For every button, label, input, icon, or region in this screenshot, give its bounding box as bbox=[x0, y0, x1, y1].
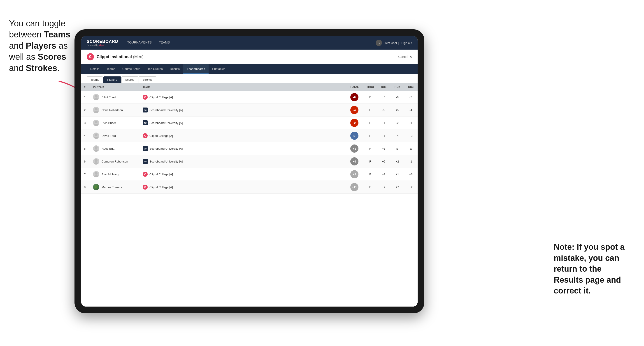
svg-point-14 bbox=[94, 150, 98, 152]
tablet-device: SCOREBOARD Powered by clippd TOURNAMENTS… bbox=[74, 29, 424, 313]
cell-rd1: +1 bbox=[377, 129, 390, 142]
tab-printables[interactable]: Printables bbox=[208, 64, 229, 74]
cell-rd2: -2 bbox=[390, 117, 404, 129]
svg-point-2 bbox=[94, 98, 98, 100]
player-name: Rich Butler bbox=[102, 121, 116, 125]
svg-point-3 bbox=[95, 108, 98, 110]
player-name: David Ford bbox=[102, 134, 116, 138]
cell-rd1: +2 bbox=[377, 181, 390, 194]
player-avatar bbox=[93, 171, 99, 177]
cell-team: CClippd College [A] bbox=[140, 181, 345, 194]
cell-player: Blair McHarg bbox=[90, 168, 140, 181]
cell-rd3: -1 bbox=[404, 155, 418, 168]
table-header-row: # PLAYER TEAM TOTAL THRU RD1 RD2 RD3 bbox=[81, 83, 418, 91]
score-badge: +8 bbox=[350, 170, 358, 178]
cell-thru: F bbox=[364, 181, 377, 194]
tab-leaderboards[interactable]: Leaderboards bbox=[183, 64, 208, 74]
cell-rank: 5 bbox=[81, 142, 90, 155]
sub-tab-strokes[interactable]: Strokes bbox=[138, 76, 156, 83]
cell-rank: 2 bbox=[81, 104, 90, 117]
player-avatar: 🌿 bbox=[93, 184, 99, 190]
sub-tab-scores[interactable]: Scores bbox=[122, 76, 138, 83]
table-row: 5Rees BrittSUScoreboard University [A]+1… bbox=[81, 142, 418, 155]
cell-rd1: -5 bbox=[377, 104, 390, 117]
player-name: Elliot Ebert bbox=[102, 96, 116, 99]
cell-rd2: -4 bbox=[390, 129, 404, 142]
col-total: TOTAL bbox=[345, 83, 364, 91]
score-badge: E bbox=[350, 132, 358, 140]
svg-point-21 bbox=[95, 172, 98, 175]
tab-teams[interactable]: Teams bbox=[103, 64, 119, 74]
tablet-screen: SCOREBOARD Powered by clippd TOURNAMENTS… bbox=[81, 36, 418, 307]
score-badge: +11 bbox=[350, 183, 358, 191]
score-badge: +6 bbox=[350, 157, 358, 166]
cancel-button[interactable]: Cancel ✕ bbox=[398, 55, 412, 59]
table-body: 1Elliot EbertCClippd College [A]-8F+3-6-… bbox=[81, 91, 418, 194]
cell-rd2: -6 bbox=[390, 91, 404, 104]
cell-player: Rich Butler bbox=[90, 117, 140, 129]
cell-rd2: +7 bbox=[390, 181, 404, 194]
navbar-right: TU Test User | Sign out bbox=[376, 40, 412, 46]
cell-thru: F bbox=[364, 168, 377, 181]
svg-point-8 bbox=[94, 124, 98, 126]
table-row: 1Elliot EbertCClippd College [A]-8F+3-6-… bbox=[81, 91, 418, 104]
cell-rd3: +3 bbox=[404, 129, 418, 142]
brand-title: SCOREBOARD bbox=[87, 39, 118, 44]
team-name: Scoreboard University [A] bbox=[150, 160, 182, 163]
nav-teams[interactable]: TEAMS bbox=[159, 41, 170, 45]
team-name: Scoreboard University [A] bbox=[150, 147, 182, 150]
sub-tabs: Teams Players Scores Strokes bbox=[81, 74, 418, 83]
team-name: Scoreboard University [A] bbox=[150, 108, 182, 112]
cell-rd3: E bbox=[404, 142, 418, 155]
tab-results[interactable]: Results bbox=[166, 64, 183, 74]
cell-rank: 7 bbox=[81, 168, 90, 181]
cell-player: Elliot Ebert bbox=[90, 91, 140, 104]
player-name: Chris Robertson bbox=[102, 108, 123, 112]
tab-course-setup[interactable]: Course Setup bbox=[119, 64, 144, 74]
cell-rd2: E bbox=[390, 142, 404, 155]
score-badge: -4 bbox=[350, 106, 358, 114]
team-name: Clippd College [A] bbox=[150, 173, 173, 176]
nav-tournaments[interactable]: TOURNAMENTS bbox=[127, 41, 152, 45]
cell-total: +6 bbox=[345, 155, 364, 168]
cell-rank: 4 bbox=[81, 129, 90, 142]
sub-tab-players[interactable]: Players bbox=[104, 76, 121, 83]
team-name: Clippd College [A] bbox=[150, 134, 173, 138]
cell-thru: F bbox=[364, 142, 377, 155]
user-name: Test User | bbox=[385, 41, 399, 45]
cell-rank: 6 bbox=[81, 155, 90, 168]
right-annotation: Note: If you spot a mistake, you can ret… bbox=[554, 242, 630, 296]
table-row: 3Rich ButlerSUScoreboard University [A]-… bbox=[81, 117, 418, 129]
sub-tab-teams[interactable]: Teams bbox=[87, 76, 103, 83]
col-thru: THRU bbox=[364, 83, 377, 91]
cell-team: SUScoreboard University [A] bbox=[140, 155, 345, 168]
cell-rank: 1 bbox=[81, 91, 90, 104]
team-name: Clippd College [A] bbox=[150, 185, 173, 189]
cell-rank: 8 bbox=[81, 181, 90, 194]
sign-out-link[interactable]: Sign out bbox=[401, 41, 412, 45]
table-row: 8🌿Marcus TurnersCClippd College [A]+11F+… bbox=[81, 181, 418, 194]
player-name: Rees Britt bbox=[102, 147, 114, 150]
player-avatar bbox=[93, 94, 99, 100]
cell-rd3: +2 bbox=[404, 181, 418, 194]
score-badge: +1 bbox=[350, 145, 358, 153]
tab-tee-groups[interactable]: Tee Groups bbox=[144, 64, 166, 74]
cell-rd1: +1 bbox=[377, 142, 390, 155]
player-avatar bbox=[93, 158, 99, 165]
cell-total: -2 bbox=[345, 117, 364, 129]
cell-player: Rees Britt bbox=[90, 142, 140, 155]
tab-details[interactable]: Details bbox=[87, 64, 103, 74]
app-content: C Clippd Invitational (Men) Cancel ✕ Det… bbox=[81, 50, 418, 307]
cell-player: Chris Robertson bbox=[90, 104, 140, 117]
player-avatar bbox=[93, 120, 99, 126]
player-avatar bbox=[93, 133, 99, 139]
col-rd3: RD3 bbox=[404, 83, 418, 91]
table-row: 2Chris RobertsonSUScoreboard University … bbox=[81, 104, 418, 117]
svg-point-11 bbox=[95, 134, 98, 136]
table-row: 6Cameron RobertsonSUScoreboard Universit… bbox=[81, 155, 418, 168]
cell-total: -8 bbox=[345, 91, 364, 104]
score-badge: -2 bbox=[350, 119, 358, 127]
cell-rd3: +6 bbox=[404, 168, 418, 181]
team-name: Scoreboard University [A] bbox=[150, 121, 182, 125]
svg-text:SU: SU bbox=[144, 122, 147, 124]
